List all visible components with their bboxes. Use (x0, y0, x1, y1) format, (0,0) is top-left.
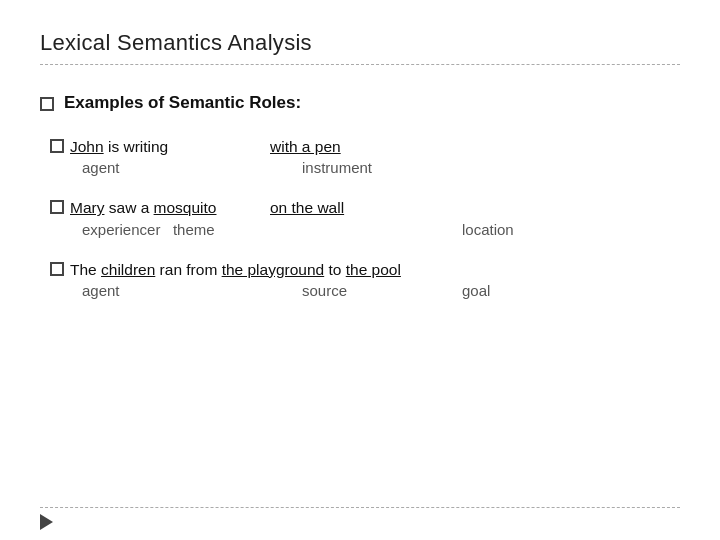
children-the: The (70, 258, 101, 281)
john-col2: with a pen (270, 135, 430, 158)
children-row1: The children ran from the playground to … (50, 258, 680, 281)
section-heading-text: Examples of Semantic Roles: (64, 93, 301, 113)
children-label3: goal (462, 282, 582, 299)
example-mary: Mary saw a mosquito on the wall experien… (50, 196, 680, 237)
mary-verb: saw a (109, 196, 154, 219)
children-pool: the pool (346, 258, 401, 281)
mary-bullet-icon (50, 200, 64, 214)
john-verb: is writing (108, 135, 168, 158)
mary-row1: Mary saw a mosquito on the wall (50, 196, 680, 219)
children-name: children (101, 258, 155, 281)
children-labels: agent source goal (50, 282, 680, 299)
mary-mosquito: mosquito (154, 196, 217, 219)
john-label1: agent (82, 159, 302, 176)
mary-col2: on the wall (270, 196, 430, 219)
children-playground: the playground (222, 258, 325, 281)
john-name: John (70, 135, 104, 158)
john-labels: agent instrument (50, 159, 680, 176)
heading-bullet-icon (40, 97, 54, 111)
children-bullet-icon (50, 262, 64, 276)
mary-on-the-wall: on the wall (270, 199, 344, 216)
john-row1: John is writing with a pen (50, 135, 680, 158)
mary-label3: location (462, 221, 582, 238)
children-label1: agent (82, 282, 302, 299)
john-label2: instrument (302, 159, 462, 176)
john-bullet-icon (50, 139, 64, 153)
john-col1: John is writing (50, 135, 270, 158)
example-john: John is writing with a pen agent instrum… (50, 135, 680, 176)
children-label2: source (302, 282, 462, 299)
mary-label1: experiencer theme (82, 221, 302, 238)
slide-title: Lexical Semantics Analysis (40, 30, 680, 56)
mary-labels: experiencer theme location (50, 221, 680, 238)
top-divider (40, 64, 680, 65)
john-with-a-pen: with a pen (270, 138, 341, 155)
slide-container: Lexical Semantics Analysis Examples of S… (0, 0, 720, 540)
mary-name: Mary (70, 196, 104, 219)
examples-area: John is writing with a pen agent instrum… (40, 135, 680, 299)
bottom-divider (40, 507, 680, 508)
section-heading: Examples of Semantic Roles: (40, 93, 680, 113)
children-ran: ran from (155, 258, 221, 281)
children-to: to (324, 258, 346, 281)
play-arrow-icon (40, 514, 53, 530)
mary-col1: Mary saw a mosquito (50, 196, 270, 219)
example-children: The children ran from the playground to … (50, 258, 680, 299)
